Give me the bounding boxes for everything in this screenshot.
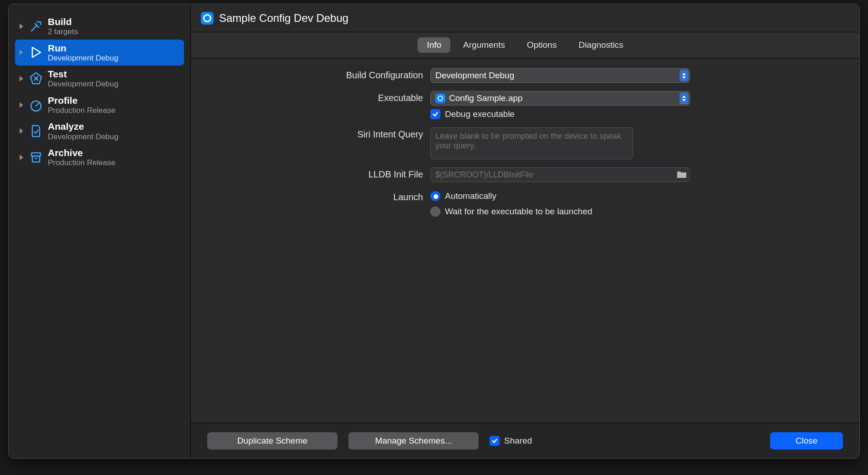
wrench-icon [28, 71, 44, 87]
sheet-footer: Duplicate Scheme Manage Schemes... Share… [191, 423, 859, 458]
tab-diagnostics[interactable]: Diagnostics [569, 37, 632, 53]
sidebar-item-label: Profile [48, 95, 115, 106]
sidebar-item-sublabel: Production Release [48, 106, 115, 115]
scheme-editor-sheet: Build 2 targets Run Development Debug [8, 4, 860, 459]
build-configuration-label: Build Configuration [209, 68, 423, 81]
svg-rect-2 [32, 156, 40, 162]
play-icon [28, 44, 44, 61]
duplicate-scheme-button[interactable]: Duplicate Scheme [207, 432, 337, 450]
lldb-init-file-field[interactable] [430, 167, 690, 182]
sidebar-item-sublabel: Production Release [48, 158, 115, 167]
sidebar-item-analyze[interactable]: Analyze Development Debug [15, 118, 184, 144]
debug-executable-label: Debug executable [445, 109, 515, 119]
disclosure-icon[interactable] [19, 50, 24, 55]
app-target-icon [201, 12, 214, 25]
folder-icon[interactable] [676, 169, 687, 179]
shared-label: Shared [504, 436, 532, 446]
disclosure-icon[interactable] [19, 24, 24, 29]
executable-value: Config Sample.app [449, 93, 523, 103]
scheme-name: Sample Config Dev Debug [219, 12, 348, 25]
siri-intent-textarea[interactable] [430, 127, 633, 159]
sidebar-item-test[interactable]: Test Development Debug [15, 66, 184, 92]
shared-checkbox[interactable] [490, 436, 500, 446]
close-button[interactable]: Close [770, 432, 843, 450]
sidebar-item-build[interactable]: Build 2 targets [15, 13, 184, 40]
sidebar-item-profile[interactable]: Profile Production Release [15, 92, 184, 118]
disclosure-icon[interactable] [19, 102, 24, 108]
launch-automatically-label: Automatically [445, 191, 496, 201]
sidebar-item-sublabel: Development Debug [48, 132, 118, 141]
disclosure-icon[interactable] [19, 76, 24, 81]
disclosure-icon[interactable] [19, 128, 24, 134]
sheet-body: Build 2 targets Run Development Debug [9, 4, 859, 458]
sidebar-item-label: Test [48, 68, 118, 80]
tab-arguments[interactable]: Arguments [454, 37, 514, 53]
siri-intent-label: Siri Intent Query [209, 127, 423, 140]
info-form: Build Configuration Development Debug Ex… [191, 58, 859, 423]
launch-label: Launch [209, 190, 423, 202]
hammer-icon [28, 18, 44, 35]
lldb-init-label: LLDB Init File [209, 167, 423, 180]
document-check-icon [28, 123, 44, 139]
chevron-up-down-icon [679, 92, 689, 104]
app-target-icon [435, 93, 445, 103]
sidebar-item-sublabel: 2 targets [48, 27, 78, 36]
debug-executable-checkbox[interactable] [430, 109, 440, 119]
tab-bar: Info Arguments Options Diagnostics [191, 32, 859, 58]
tab-options[interactable]: Options [518, 37, 566, 53]
build-configuration-popup[interactable]: Development Debug [430, 68, 690, 83]
scheme-title-bar: Sample Config Dev Debug [191, 4, 859, 32]
sidebar-item-label: Build [48, 16, 78, 27]
sidebar-item-label: Archive [48, 147, 115, 158]
main-panel: Sample Config Dev Debug Info Arguments O… [191, 4, 859, 458]
build-configuration-value: Development Debug [435, 71, 514, 81]
sidebar-item-archive[interactable]: Archive Production Release [15, 144, 184, 171]
sidebar-item-sublabel: Development Debug [48, 80, 118, 89]
sidebar-item-run[interactable]: Run Development Debug [15, 40, 184, 66]
disclosure-icon[interactable] [19, 155, 24, 160]
launch-wait-label: Wait for the executable to be launched [445, 207, 592, 217]
manage-schemes-button[interactable]: Manage Schemes... [348, 432, 479, 450]
launch-wait-radio[interactable] [430, 207, 440, 217]
sidebar-item-label: Analyze [48, 121, 118, 132]
gauge-icon [28, 97, 44, 113]
executable-popup[interactable]: Config Sample.app [430, 91, 690, 106]
launch-automatically-radio[interactable] [430, 191, 440, 201]
chevron-up-down-icon [679, 70, 689, 81]
archive-box-icon [28, 149, 44, 166]
sidebar-item-label: Run [48, 42, 118, 54]
tab-info[interactable]: Info [418, 37, 450, 53]
scheme-action-sidebar: Build 2 targets Run Development Debug [9, 4, 191, 458]
executable-label: Executable [209, 91, 423, 103]
sidebar-item-sublabel: Development Debug [48, 54, 118, 63]
